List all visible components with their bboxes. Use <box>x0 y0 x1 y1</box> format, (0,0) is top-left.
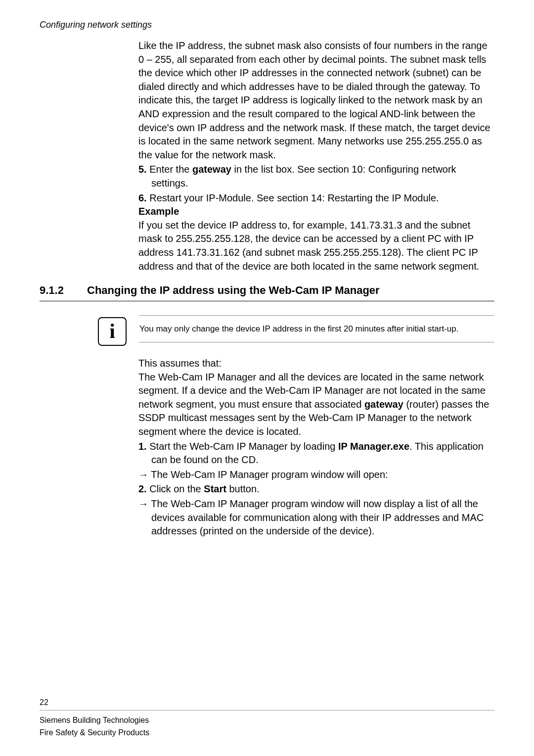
info-note-text: You may only change the device IP addres… <box>139 316 494 342</box>
page-number: 22 <box>40 698 494 707</box>
result-1-text: The Web-Cam IP Manager program window wi… <box>151 469 388 480</box>
page-footer: 22 Siemens Building Technologies Fire Sa… <box>40 698 494 739</box>
running-header: Configuring network settings <box>40 20 494 30</box>
step-5-num: 5. <box>138 164 149 175</box>
step-2-num: 2. <box>138 483 149 494</box>
info-icon: i <box>98 317 127 346</box>
section-number: 9.1.2 <box>40 284 87 297</box>
step-5-bold: gateway <box>192 164 231 175</box>
info-icon-glyph: i <box>109 321 115 341</box>
example-heading: Example <box>138 205 494 219</box>
footer-line-1: Siemens Building Technologies <box>40 714 494 727</box>
result-2-text: The Web-Cam IP Manager program window wi… <box>151 498 484 536</box>
step-2-bold: Start <box>204 483 226 494</box>
body-block-2: This assumes that: The Web-Cam IP Manage… <box>138 357 494 538</box>
result-2: → The Web-Cam IP Manager program window … <box>138 497 494 538</box>
step-6-text: Restart your IP-Module. See section 14: … <box>149 192 439 203</box>
assumes-lead: This assumes that: <box>138 357 494 371</box>
page: Configuring network settings Like the IP… <box>0 0 534 756</box>
section-title: Changing the IP address using the Web-Ca… <box>87 284 380 297</box>
section-rule <box>40 301 494 301</box>
step-2-a: Click on the <box>149 483 204 494</box>
step-6-num: 6. <box>138 192 149 203</box>
step-1-a: Start the Web-Cam IP Manager by loading <box>149 441 338 452</box>
info-note-bottom-rule <box>139 342 494 343</box>
footer-line-2: Fire Safety & Security Products <box>40 727 494 739</box>
step-1-bold: IP Manager.exe <box>338 441 409 452</box>
footer-rule <box>40 710 494 710</box>
step-1: 1. Start the Web-Cam IP Manager by loadi… <box>138 440 494 467</box>
step-2-b: button. <box>226 483 260 494</box>
body-block-1: Like the IP address, the subnet mask als… <box>138 39 494 273</box>
info-note-row: i You may only change the device IP addr… <box>98 315 494 346</box>
result-1-arrow: → <box>138 469 151 480</box>
step-2: 2. Click on the Start button. <box>138 482 494 496</box>
paragraph-subnet-explanation: Like the IP address, the subnet mask als… <box>138 39 494 162</box>
assumes-bold: gateway <box>364 399 403 410</box>
assumes-paragraph: The Web-Cam IP Manager and all the devic… <box>138 371 494 439</box>
result-1: → The Web-Cam IP Manager program window … <box>138 468 494 482</box>
step-6: 6. Restart your IP-Module. See section 1… <box>138 191 494 205</box>
step-1-num: 1. <box>138 441 149 452</box>
example-body: If you set the device IP address to, for… <box>138 219 494 273</box>
step-5: 5. Enter the gateway in the list box. Se… <box>138 163 494 190</box>
result-2-arrow: → <box>138 498 151 509</box>
section-heading-row: 9.1.2 Changing the IP address using the … <box>40 284 494 297</box>
step-5-text-a: Enter the <box>149 164 192 175</box>
info-note-wrap: You may only change the device IP addres… <box>139 315 494 343</box>
